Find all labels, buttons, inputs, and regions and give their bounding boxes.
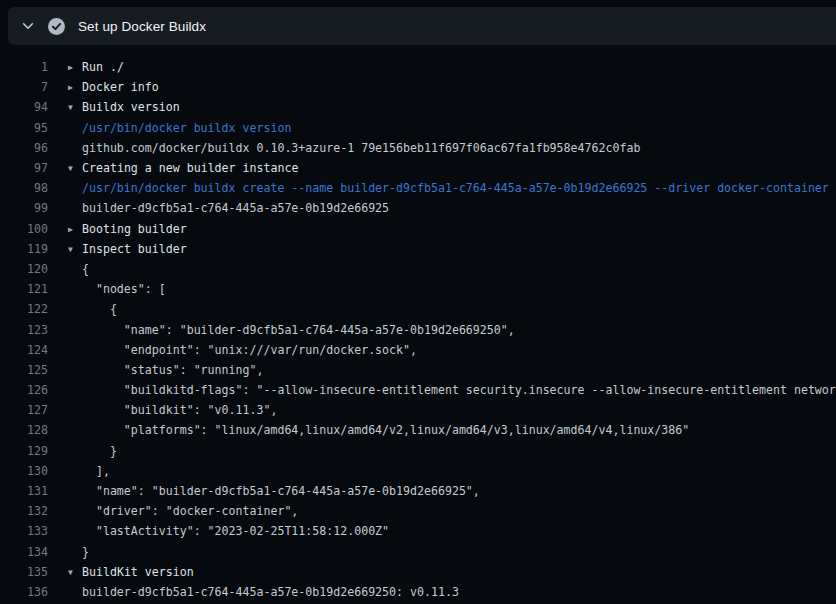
line-number[interactable]: 135 xyxy=(0,565,48,579)
output-text: "name": "builder-d9cfb5a1-c764-445a-a57e… xyxy=(68,323,515,337)
log-line[interactable]: 1▶Run ./ xyxy=(0,57,836,77)
line-number[interactable]: 125 xyxy=(0,363,48,377)
log-line: 99 builder-d9cfb5a1-c764-445a-a57e-0b19d… xyxy=(0,198,836,218)
group-row-content[interactable]: ▶Docker info xyxy=(68,80,159,94)
line-number[interactable]: 7 xyxy=(0,80,48,94)
log-line: 130 ], xyxy=(0,461,836,481)
triangle-collapsed-icon[interactable]: ▶ xyxy=(68,83,82,92)
line-number[interactable]: 99 xyxy=(0,201,48,215)
triangle-expanded-icon[interactable]: ▼ xyxy=(68,568,82,577)
line-number[interactable]: 134 xyxy=(0,545,48,559)
output-text: { xyxy=(68,262,89,276)
triangle-expanded-icon[interactable]: ▼ xyxy=(68,103,82,112)
group-title[interactable]: Buildx version xyxy=(82,100,180,114)
step-header-bar[interactable]: Set up Docker Buildx xyxy=(8,7,836,45)
output-text: "nodes": [ xyxy=(68,282,166,296)
chevron-down-icon[interactable] xyxy=(20,18,36,34)
log-line[interactable]: 100▶Booting builder xyxy=(0,219,836,239)
log-line[interactable]: 94▼Buildx version xyxy=(0,97,836,117)
line-number[interactable]: 122 xyxy=(0,302,48,316)
triangle-expanded-icon[interactable]: ▼ xyxy=(68,245,82,254)
log-line: 129 } xyxy=(0,441,836,461)
line-number[interactable]: 127 xyxy=(0,403,48,417)
output-text: "endpoint": "unix:///var/run/docker.sock… xyxy=(68,343,417,357)
output-text: "status": "running", xyxy=(68,363,263,377)
line-number[interactable]: 126 xyxy=(0,383,48,397)
output-text: "buildkitd-flags": "--allow-insecure-ent… xyxy=(68,383,836,397)
line-number[interactable]: 120 xyxy=(0,262,48,276)
log-line: 120 { xyxy=(0,259,836,279)
group-title[interactable]: BuildKit version xyxy=(82,565,194,579)
line-number[interactable]: 98 xyxy=(0,181,48,195)
line-number[interactable]: 123 xyxy=(0,323,48,337)
output-text: { xyxy=(68,302,117,316)
line-number[interactable]: 124 xyxy=(0,343,48,357)
line-number[interactable]: 136 xyxy=(0,585,48,599)
output-text: } xyxy=(68,444,117,458)
triangle-collapsed-icon[interactable]: ▶ xyxy=(68,225,82,234)
line-number[interactable]: 128 xyxy=(0,423,48,437)
output-text: github.com/docker/buildx 0.10.3+azure-1 … xyxy=(68,141,640,155)
log-line: 124 "endpoint": "unix:///var/run/docker.… xyxy=(0,340,836,360)
line-number[interactable]: 1 xyxy=(0,60,48,74)
log-line: 125 "status": "running", xyxy=(0,360,836,380)
log-line[interactable]: 119▼Inspect builder xyxy=(0,239,836,259)
line-number[interactable]: 132 xyxy=(0,504,48,518)
log-line[interactable]: 135▼BuildKit version xyxy=(0,562,836,582)
log-line: 136 builder-d9cfb5a1-c764-445a-a57e-0b19… xyxy=(0,582,836,602)
log-line: 126 "buildkitd-flags": "--allow-insecure… xyxy=(0,380,836,400)
output-text: "driver": "docker-container", xyxy=(68,504,298,518)
log-line: 133 "lastActivity": "2023-02-25T11:58:12… xyxy=(0,521,836,541)
step-title: Set up Docker Buildx xyxy=(78,19,206,34)
line-number[interactable]: 96 xyxy=(0,141,48,155)
output-text: ], xyxy=(68,464,110,478)
command-text: /usr/bin/docker buildx create --name bui… xyxy=(68,181,829,195)
log-lines: 1▶Run ./7▶Docker info94▼Buildx version95… xyxy=(0,57,836,602)
line-number[interactable]: 131 xyxy=(0,484,48,498)
group-title[interactable]: Booting builder xyxy=(82,222,187,236)
line-number[interactable]: 100 xyxy=(0,222,48,236)
line-number[interactable]: 121 xyxy=(0,282,48,296)
output-text: "buildkit": "v0.11.3", xyxy=(68,403,277,417)
log-line: 132 "driver": "docker-container", xyxy=(0,501,836,521)
log-viewer: 1▶Run ./7▶Docker info94▼Buildx version95… xyxy=(0,45,836,602)
log-line: 128 "platforms": "linux/amd64,linux/amd6… xyxy=(0,420,836,440)
group-title[interactable]: Run ./ xyxy=(82,60,124,74)
line-number[interactable]: 97 xyxy=(0,161,48,175)
output-text: builder-d9cfb5a1-c764-445a-a57e-0b19d2e6… xyxy=(68,585,459,599)
output-text: } xyxy=(68,545,89,559)
group-title[interactable]: Creating a new builder instance xyxy=(82,161,298,175)
command-text: /usr/bin/docker buildx version xyxy=(68,121,291,135)
output-text: "name": "builder-d9cfb5a1-c764-445a-a57e… xyxy=(68,484,480,498)
triangle-expanded-icon[interactable]: ▼ xyxy=(68,164,82,173)
triangle-collapsed-icon[interactable]: ▶ xyxy=(68,63,82,72)
log-line: 131 "name": "builder-d9cfb5a1-c764-445a-… xyxy=(0,481,836,501)
log-line: 122 { xyxy=(0,299,836,319)
line-number[interactable]: 133 xyxy=(0,524,48,538)
line-number[interactable]: 130 xyxy=(0,464,48,478)
group-row-content[interactable]: ▼Creating a new builder instance xyxy=(68,161,298,175)
log-line: 98 /usr/bin/docker buildx create --name … xyxy=(0,178,836,198)
log-line: 134 } xyxy=(0,542,836,562)
log-line: 96 github.com/docker/buildx 0.10.3+azure… xyxy=(0,138,836,158)
line-number[interactable]: 129 xyxy=(0,444,48,458)
group-row-content[interactable]: ▼Inspect builder xyxy=(68,242,187,256)
log-line: 123 "name": "builder-d9cfb5a1-c764-445a-… xyxy=(0,319,836,339)
log-line: 127 "buildkit": "v0.11.3", xyxy=(0,400,836,420)
group-row-content[interactable]: ▼BuildKit version xyxy=(68,565,194,579)
check-circle-icon xyxy=(48,18,65,35)
output-text: builder-d9cfb5a1-c764-445a-a57e-0b19d2e6… xyxy=(68,201,389,215)
group-row-content[interactable]: ▼Buildx version xyxy=(68,100,180,114)
group-row-content[interactable]: ▶Booting builder xyxy=(68,222,187,236)
group-title[interactable]: Inspect builder xyxy=(82,242,187,256)
line-number[interactable]: 119 xyxy=(0,242,48,256)
log-line[interactable]: 7▶Docker info xyxy=(0,77,836,97)
output-text: "platforms": "linux/amd64,linux/amd64/v2… xyxy=(68,423,689,437)
log-line[interactable]: 97▼Creating a new builder instance xyxy=(0,158,836,178)
output-text: "lastActivity": "2023-02-25T11:58:12.000… xyxy=(68,524,389,538)
line-number[interactable]: 94 xyxy=(0,100,48,114)
log-line: 121 "nodes": [ xyxy=(0,279,836,299)
group-title[interactable]: Docker info xyxy=(82,80,159,94)
line-number[interactable]: 95 xyxy=(0,121,48,135)
group-row-content[interactable]: ▶Run ./ xyxy=(68,60,124,74)
